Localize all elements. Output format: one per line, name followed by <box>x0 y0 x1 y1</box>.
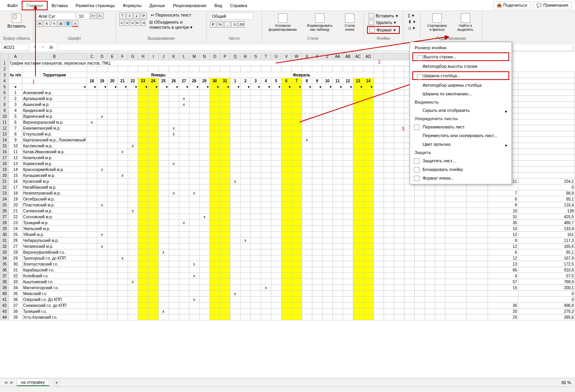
rename-sheet-item[interactable]: Переименовать лист <box>410 123 512 131</box>
find-select-button[interactable]: Найти и выделить <box>452 13 479 32</box>
col-header[interactable]: E <box>107 53 117 60</box>
col-header[interactable]: AB <box>343 53 353 60</box>
delete-cells-button[interactable]: Удалить ▾ <box>367 19 400 26</box>
col-header[interactable]: J <box>158 53 169 60</box>
table-row[interactable]: 3530Златоустовский г.о.x13172,5 <box>0 261 575 267</box>
col-header[interactable]: O <box>210 53 220 60</box>
fx-icon[interactable]: fx <box>47 45 56 50</box>
format-cells-button[interactable]: Формат ▾ <box>367 26 400 34</box>
col-header[interactable]: A <box>9 53 22 60</box>
align-left-icon[interactable]: ≡ <box>119 20 124 26</box>
tab-home[interactable]: Главная <box>22 1 48 10</box>
table-row[interactable]: 2318Нязепетровский м.р.xx798,9 <box>0 190 575 196</box>
currency-icon[interactable]: ₽ <box>210 21 216 28</box>
table-row[interactable]: 2419Октябрьский м.р.685,1 <box>0 196 575 202</box>
comma-icon[interactable]: , <box>224 21 230 28</box>
align-right-icon[interactable]: ≡ <box>130 20 135 26</box>
sort-filter-button[interactable]: Сортировка и фильтр <box>424 13 451 32</box>
table-row[interactable]: 4136Озерский г.о. До КППx0 <box>0 297 575 303</box>
col-header[interactable]: AC <box>353 53 363 60</box>
fill-button[interactable]: ⬇ ▾ <box>406 19 417 25</box>
cancel-icon[interactable]: ✕ <box>31 45 39 50</box>
autosum-button[interactable]: Σ ▾ <box>406 13 417 19</box>
align-top-icon[interactable]: ⤒ <box>119 13 126 19</box>
move-copy-item[interactable]: Переместить или скопировать лист... <box>410 131 512 140</box>
col-header[interactable]: T <box>261 53 271 60</box>
col-header[interactable]: B <box>22 53 87 60</box>
tab-insert[interactable]: Вставка <box>48 2 72 9</box>
inc-decimal-icon[interactable]: .0 <box>231 21 237 28</box>
col-header[interactable]: M <box>189 53 199 60</box>
indent-left-icon[interactable]: ⇤ <box>135 20 140 26</box>
col-header[interactable]: AA <box>332 53 343 60</box>
underline-button[interactable]: Ч <box>51 20 57 27</box>
orientation-icon[interactable]: ⟳ <box>141 13 147 19</box>
font-size-select[interactable] <box>77 13 89 20</box>
col-header[interactable]: C <box>87 53 97 60</box>
col-header[interactable]: Q <box>230 53 240 60</box>
col-header[interactable]: V <box>281 53 291 60</box>
col-header[interactable]: K <box>169 53 179 60</box>
prev-sheet-icon[interactable]: ◀ <box>4 380 7 385</box>
col-header[interactable]: H <box>138 53 148 60</box>
confirm-icon[interactable]: ✓ <box>39 45 47 50</box>
table-row[interactable]: 4237Снежинский г.о. до КПП36496,8 <box>0 303 575 308</box>
col-header[interactable]: X <box>302 53 312 60</box>
table-row[interactable]: 3025Уйский м.р.x12161 <box>0 232 575 238</box>
lock-cell-item[interactable]: Блокировать ячейку <box>410 165 512 174</box>
column-width-item[interactable]: Ширина столбца... <box>412 71 509 80</box>
col-header[interactable]: D <box>97 53 107 60</box>
table-row[interactable]: 4439Усть-Катавский г.о.29395,6 <box>0 314 575 320</box>
col-header[interactable]: F <box>117 53 128 60</box>
share-button[interactable]: 📤 Поделиться <box>493 1 531 9</box>
tab-review[interactable]: Рецензирование <box>169 2 210 9</box>
table-row[interactable]: 2520Пластовский м.р.x8110,4 <box>0 202 575 208</box>
col-header[interactable]: L <box>179 53 189 60</box>
font-color-button[interactable]: A <box>72 20 78 27</box>
percent-icon[interactable]: % <box>217 21 223 28</box>
col-header[interactable]: S <box>250 53 261 60</box>
insert-cells-button[interactable]: Вставить ▾ <box>367 13 400 19</box>
col-header[interactable]: W <box>291 53 302 60</box>
table-row[interactable]: 2621Саткинский м.р.x10138 <box>0 208 575 214</box>
align-center-icon[interactable]: ≡ <box>125 20 130 26</box>
tab-view[interactable]: Вид <box>210 2 226 9</box>
table-row[interactable]: 2722Сосновский м.р.x31425,5 <box>0 214 575 220</box>
format-cells-item[interactable]: Формат ячеек... <box>410 174 512 182</box>
col-header[interactable]: N <box>199 53 210 60</box>
table-row[interactable]: 3429Трехгорный г.о. до КППx12167,9 <box>0 255 575 261</box>
col-header[interactable]: Z <box>322 53 332 60</box>
tab-layout[interactable]: Разметка страницы <box>72 2 119 9</box>
italic-button[interactable]: К <box>44 20 50 27</box>
col-header[interactable]: U <box>271 53 281 60</box>
tab-color-item[interactable]: Цвет ярлычка▸ <box>410 140 512 149</box>
add-sheet-button[interactable]: + <box>53 379 60 386</box>
border-button[interactable]: ⊞ <box>58 20 64 27</box>
tab-file[interactable]: Файл <box>3 2 22 9</box>
conditional-formatting-button[interactable]: Условное форматирование <box>265 13 300 32</box>
bold-button[interactable]: Ж <box>37 20 43 27</box>
col-header[interactable]: AD <box>363 53 373 60</box>
table-row[interactable]: 2924Увельский м.р.10133,4 <box>0 226 575 232</box>
hide-show-item[interactable]: Скрыть или отобразить▸ <box>410 106 512 115</box>
paste-button[interactable]: 📋Вставить <box>3 13 30 29</box>
table-row[interactable]: 3328Верхнеуфалейский г.о.x685,1 <box>0 249 575 255</box>
shrink-font-icon[interactable]: A↓ <box>97 13 104 19</box>
col-header[interactable]: I <box>148 53 158 60</box>
table-row[interactable]: 4035Миасский г.о.x0 <box>0 291 575 297</box>
table-row[interactable]: 3126Чебаркульский м.р.x9117,3 <box>0 238 575 243</box>
default-width-item[interactable]: Ширина по умолчанию... <box>410 89 512 98</box>
table-row[interactable]: 2823Троицкий м.р.x35480,7 <box>0 220 575 226</box>
autofit-col-item[interactable]: Автоподбор ширины столбца <box>410 81 512 89</box>
fill-color-button[interactable]: 🪣 <box>65 20 71 27</box>
align-middle-icon[interactable]: ≡ <box>126 13 133 19</box>
clear-button[interactable]: ◇ ▾ <box>406 25 417 31</box>
tab-data[interactable]: Данные <box>145 2 169 9</box>
sheet-tab[interactable]: на отправку <box>17 379 49 386</box>
col-header[interactable]: Y <box>312 53 322 60</box>
font-name-select[interactable] <box>37 13 76 20</box>
table-row[interactable]: 3732Копейский г.о.x457,5 <box>0 273 575 279</box>
number-format-select[interactable] <box>210 13 253 20</box>
col-header[interactable]: R <box>240 53 250 60</box>
table-row[interactable]: 3227Чесменский м.р.x12165,6 <box>0 243 575 249</box>
